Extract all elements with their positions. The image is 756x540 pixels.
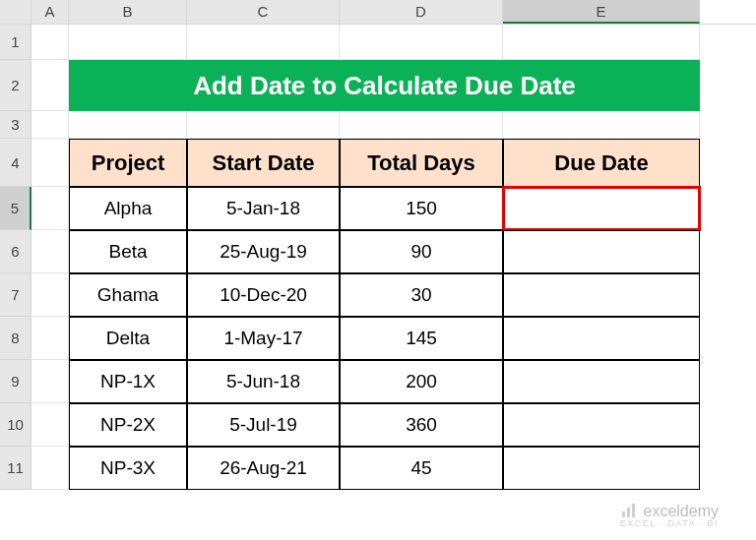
col-header-d[interactable]: D	[340, 0, 503, 24]
cell-start-5[interactable]: 5-Jul-19	[187, 403, 340, 447]
cell-a8[interactable]	[32, 317, 69, 360]
row-header-11[interactable]: 11	[0, 447, 32, 490]
row-4: 4 Project Start Date Total Days Due Date	[0, 139, 756, 187]
header-project[interactable]: Project	[69, 139, 187, 187]
column-headers: A B C D E	[0, 0, 756, 25]
header-start-date[interactable]: Start Date	[187, 139, 340, 187]
cell-a5[interactable]	[32, 187, 69, 230]
spreadsheet: A B C D E 1 2 Add Date to Calculate Due …	[0, 0, 756, 540]
row-header-6[interactable]: 6	[0, 230, 32, 273]
cell-due-0[interactable]	[503, 187, 700, 230]
select-all-corner[interactable]	[0, 0, 32, 24]
cell-project-6[interactable]: NP-3X	[69, 447, 187, 490]
cell-b1[interactable]	[69, 25, 187, 60]
cell-days-1[interactable]: 90	[340, 230, 503, 273]
title-banner: Add Date to Calculate Due Date	[69, 60, 700, 111]
row-3: 3	[0, 111, 756, 139]
cell-a11[interactable]	[32, 447, 69, 490]
svg-rect-2	[632, 504, 635, 517]
cell-a6[interactable]	[32, 230, 69, 273]
cell-a3[interactable]	[32, 111, 69, 139]
cell-days-4[interactable]: 200	[340, 360, 503, 403]
cell-days-6[interactable]: 45	[340, 447, 503, 490]
row-header-3[interactable]: 3	[0, 111, 32, 139]
watermark: exceldemy EXCEL · DATA · BI	[620, 501, 719, 528]
row-6: 6 Beta 25-Aug-19 90	[0, 230, 756, 273]
cell-c1[interactable]	[187, 25, 340, 60]
col-header-e[interactable]: E	[503, 0, 700, 24]
cell-d3[interactable]	[340, 111, 503, 139]
row-header-2[interactable]: 2	[0, 60, 32, 111]
cell-due-5[interactable]	[503, 403, 700, 447]
cell-days-3[interactable]: 145	[340, 317, 503, 360]
cell-a1[interactable]	[32, 25, 69, 60]
svg-rect-0	[622, 511, 625, 517]
cell-project-4[interactable]: NP-1X	[69, 360, 187, 403]
cell-d1[interactable]	[340, 25, 503, 60]
cell-project-5[interactable]: NP-2X	[69, 403, 187, 447]
cell-a2[interactable]	[32, 60, 69, 111]
row-header-4[interactable]: 4	[0, 139, 32, 187]
row-header-5[interactable]: 5	[0, 187, 32, 230]
row-10: 10 NP-2X 5-Jul-19 360	[0, 403, 756, 447]
cell-due-3[interactable]	[503, 317, 700, 360]
cell-project-3[interactable]: Delta	[69, 317, 187, 360]
cell-a4[interactable]	[32, 139, 69, 187]
col-header-b[interactable]: B	[69, 0, 187, 24]
col-header-a[interactable]: A	[32, 0, 69, 24]
row-8: 8 Delta 1-May-17 145	[0, 317, 756, 360]
cell-start-4[interactable]: 5-Jun-18	[187, 360, 340, 403]
col-header-c[interactable]: C	[187, 0, 340, 24]
row-1: 1	[0, 25, 756, 60]
cell-start-3[interactable]: 1-May-17	[187, 317, 340, 360]
chart-icon	[621, 503, 637, 521]
cell-due-1[interactable]	[503, 230, 700, 273]
row-header-7[interactable]: 7	[0, 273, 32, 317]
grid-body: 1 2 Add Date to Calculate Due Date 3 4 P…	[0, 25, 756, 490]
cell-start-6[interactable]: 26-Aug-21	[187, 447, 340, 490]
cell-e1[interactable]	[503, 25, 700, 60]
cell-start-0[interactable]: 5-Jan-18	[187, 187, 340, 230]
cell-days-0[interactable]: 150	[340, 187, 503, 230]
cell-c3[interactable]	[187, 111, 340, 139]
cell-e3[interactable]	[503, 111, 700, 139]
cell-due-4[interactable]	[503, 360, 700, 403]
cell-b3[interactable]	[69, 111, 187, 139]
header-total-days[interactable]: Total Days	[340, 139, 503, 187]
row-7: 7 Ghama 10-Dec-20 30	[0, 273, 756, 317]
cell-start-2[interactable]: 10-Dec-20	[187, 273, 340, 317]
svg-rect-1	[627, 508, 630, 517]
cell-a9[interactable]	[32, 360, 69, 403]
header-due-date[interactable]: Due Date	[503, 139, 700, 187]
cell-a7[interactable]	[32, 273, 69, 317]
row-header-9[interactable]: 9	[0, 360, 32, 403]
cell-days-2[interactable]: 30	[340, 273, 503, 317]
row-11: 11 NP-3X 26-Aug-21 45	[0, 447, 756, 490]
row-2: 2 Add Date to Calculate Due Date	[0, 60, 756, 111]
row-header-8[interactable]: 8	[0, 317, 32, 360]
cell-due-2[interactable]	[503, 273, 700, 317]
cell-start-1[interactable]: 25-Aug-19	[187, 230, 340, 273]
row-header-1[interactable]: 1	[0, 25, 32, 60]
row-9: 9 NP-1X 5-Jun-18 200	[0, 360, 756, 403]
cell-project-2[interactable]: Ghama	[69, 273, 187, 317]
cell-due-6[interactable]	[503, 447, 700, 490]
cell-project-0[interactable]: Alpha	[69, 187, 187, 230]
cell-a10[interactable]	[32, 403, 69, 447]
row-5: 5 Alpha 5-Jan-18 150	[0, 187, 756, 230]
cell-days-5[interactable]: 360	[340, 403, 503, 447]
cell-project-1[interactable]: Beta	[69, 230, 187, 273]
row-header-10[interactable]: 10	[0, 403, 32, 447]
watermark-brand: exceldemy	[644, 503, 719, 519]
